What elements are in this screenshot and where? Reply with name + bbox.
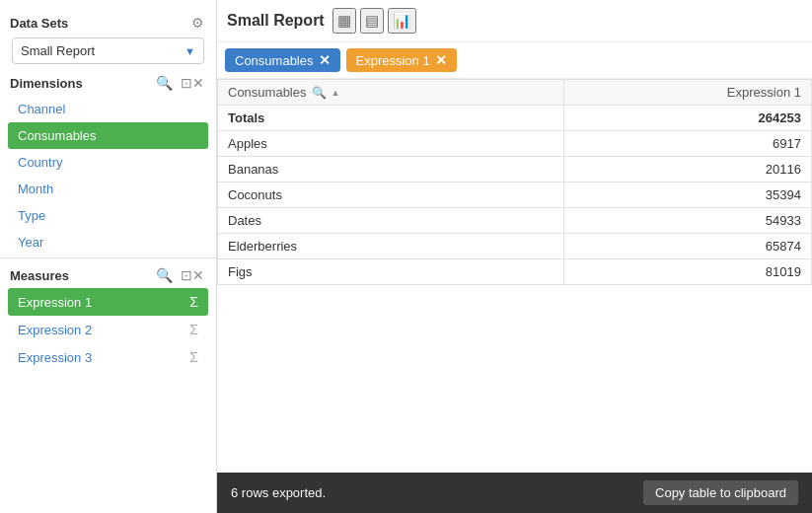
left-panel: Data Sets ⚙ Small Report ▼ Dimensions 🔍 … [0, 0, 217, 513]
measures-title: Measures [10, 268, 69, 283]
row-name-bananas: Bananas [218, 157, 564, 183]
totals-value: 264253 [563, 106, 811, 131]
divider [0, 257, 216, 258]
chip-consumables-label: Consumables [235, 53, 314, 68]
row-name-coconuts: Coconuts [218, 183, 564, 208]
measure-label-expression1: Expression 1 [18, 295, 92, 310]
datasets-dropdown[interactable]: Small Report ▼ [12, 37, 204, 64]
copy-table-button[interactable]: Copy table to clipboard [643, 480, 798, 505]
measures-search-icon[interactable]: 🔍 [154, 266, 175, 284]
row-name-elderberries: Elderberries [218, 234, 564, 259]
measures-header: Measures 🔍 ⊡✕ [0, 260, 216, 288]
data-table: Consumables 🔍 ▲ Expression 1 Totals [217, 79, 812, 285]
chip-expression1-label: Expression 1 [356, 53, 430, 68]
report-title: Small Report [227, 12, 325, 30]
row-value-apples: 6917 [563, 131, 811, 157]
measure-item-expression1[interactable]: Expression 1 Σ [8, 288, 208, 316]
datasets-dropdown-label: Small Report [21, 43, 95, 58]
chip-expression1[interactable]: Expression 1 ✕ [346, 48, 457, 72]
measures-add-icon[interactable]: ⊡✕ [179, 266, 206, 284]
dim-item-consumables[interactable]: Consumables [8, 122, 208, 149]
measures-list: Expression 1 Σ Expression 2 Σ Expression… [0, 288, 216, 371]
sigma-icon-expression3: Σ [189, 349, 198, 365]
report-toolbar: ▦ ▤ 📊 [332, 8, 416, 34]
measure-item-expression3[interactable]: Expression 3 Σ [8, 343, 208, 371]
row-name-dates: Dates [218, 208, 564, 234]
table-row: Apples 6917 [218, 131, 812, 157]
chip-consumables-close[interactable]: ✕ [319, 52, 331, 68]
status-bar: 6 rows exported. Copy table to clipboard [217, 473, 812, 513]
row-value-figs: 81019 [563, 259, 811, 285]
sigma-icon-expression1: Σ [189, 294, 198, 310]
list-view-icon[interactable]: ▤ [360, 8, 384, 34]
dim-item-year[interactable]: Year [8, 229, 208, 256]
right-panel: Small Report ▦ ▤ 📊 Consumables ✕ Express… [217, 0, 812, 513]
sort-arrow-icon: ▲ [332, 88, 340, 98]
chart-view-icon[interactable]: 📊 [388, 8, 416, 34]
dimensions-title: Dimensions [10, 76, 83, 91]
row-value-coconuts: 35394 [563, 183, 811, 208]
table-row-totals: Totals 264253 [218, 106, 812, 131]
report-header: Small Report ▦ ▤ 📊 [217, 0, 812, 42]
dim-item-channel[interactable]: Channel [8, 96, 208, 122]
col-search-icon[interactable]: 🔍 [312, 86, 327, 100]
table-row: Dates 54933 [218, 208, 812, 234]
row-value-dates: 54933 [563, 208, 811, 234]
row-name-apples: Apples [218, 131, 564, 157]
sigma-icon-expression2: Σ [189, 322, 198, 337]
dimensions-search-icon[interactable]: 🔍 [154, 74, 175, 92]
chevron-down-icon: ▼ [185, 45, 195, 57]
dim-item-country[interactable]: Country [8, 149, 208, 176]
dim-item-month[interactable]: Month [8, 176, 208, 202]
datasets-title: Data Sets [10, 16, 68, 31]
dimensions-add-icon[interactable]: ⊡✕ [179, 74, 206, 92]
table-view-icon[interactable]: ▦ [332, 8, 356, 34]
dim-item-type[interactable]: Type [8, 202, 208, 229]
col-consumables-label: Consumables [228, 85, 307, 100]
dimensions-icons: 🔍 ⊡✕ [154, 74, 206, 92]
measure-item-expression2[interactable]: Expression 2 Σ [8, 316, 208, 343]
measures-icons: 🔍 ⊡✕ [154, 266, 206, 284]
totals-label: Totals [218, 106, 564, 131]
chips-bar: Consumables ✕ Expression 1 ✕ [217, 42, 812, 79]
table-row: Figs 81019 [218, 259, 812, 285]
rows-exported-label: 6 rows exported. [231, 485, 326, 500]
chip-consumables[interactable]: Consumables ✕ [225, 48, 340, 72]
chip-expression1-close[interactable]: ✕ [435, 52, 447, 68]
gear-icon[interactable]: ⚙ [189, 14, 206, 32]
table-row: Elderberries 65874 [218, 234, 812, 259]
measure-label-expression2: Expression 2 [18, 323, 92, 337]
measure-label-expression3: Expression 3 [18, 350, 92, 365]
table-row: Bananas 20116 [218, 157, 812, 183]
col-expression1-header: Expression 1 [563, 80, 811, 106]
col-consumables-header: Consumables 🔍 ▲ [218, 80, 564, 106]
datasets-section: Data Sets ⚙ Small Report ▼ [0, 8, 216, 68]
dimensions-header: Dimensions 🔍 ⊡✕ [0, 68, 216, 96]
table-row: Coconuts 35394 [218, 183, 812, 208]
row-value-bananas: 20116 [563, 157, 811, 183]
dimensions-list: Channel Consumables Country Month Type Y… [0, 96, 216, 256]
row-name-figs: Figs [218, 259, 564, 285]
row-value-elderberries: 65874 [563, 234, 811, 259]
col-expression1-label: Expression 1 [727, 85, 801, 100]
table-container: Consumables 🔍 ▲ Expression 1 Totals [217, 79, 812, 473]
